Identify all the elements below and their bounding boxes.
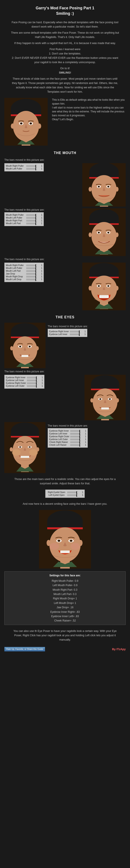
setting-item: Left Mouth Puller- 0.9 xyxy=(8,583,122,587)
mouth-block-1: The bars moved in this picture are: Mout… xyxy=(4,158,126,207)
ellis-default-image xyxy=(4,98,48,146)
mouth1-face-svg xyxy=(82,163,126,207)
slider-track[interactable] xyxy=(27,382,38,384)
slider-track[interactable] xyxy=(70,444,81,446)
slider-row: Eyebrow Right Inner 1 xyxy=(49,330,86,333)
slider-track[interactable] xyxy=(26,165,37,167)
slider-track[interactable] xyxy=(27,385,38,387)
slider-track[interactable] xyxy=(70,331,80,333)
svg-point-73 xyxy=(10,346,13,350)
eyes-block-3: The bars moved in this picture are: Eyeb… xyxy=(4,422,126,473)
svg-point-11 xyxy=(30,123,31,124)
slider-row: Eyebrow Left Inner 1 xyxy=(49,432,86,435)
mouth-block2-content: The bars moved in this picture are: Mout… xyxy=(4,208,126,256)
slider-track[interactable] xyxy=(27,377,38,378)
mouth-block1-face xyxy=(82,163,126,207)
slider-track[interactable] xyxy=(26,267,37,269)
eyes-section-header: THE EYES xyxy=(4,312,126,321)
mouth-block2-label: The bars moved in this picture are: xyxy=(4,208,78,211)
mouth-block2-face xyxy=(82,208,126,256)
page-title: Garry's Mod Face Posing Part 1 Smiling :… xyxy=(4,5,126,16)
slider-row: Cheek Left Raiser 1 xyxy=(49,444,86,446)
svg-point-38 xyxy=(98,232,99,233)
svg-point-27 xyxy=(116,187,119,192)
mouth-block1-content: Mouth Right Puller 1 Mouth Left Puller xyxy=(4,163,126,207)
slider-track[interactable] xyxy=(26,273,37,275)
slider-panel-eyes2: Eyebrow Right Inner 1 Eyebrow Left Inner xyxy=(4,375,44,389)
slider-row: Mouth Right Puller 1 xyxy=(6,165,42,167)
slider-panel-eyes1: Eyebrow Right Inner 1 Eyebrow Left Inner xyxy=(48,329,87,337)
svg-point-88 xyxy=(90,398,93,403)
svg-point-105 xyxy=(10,447,13,452)
svg-point-89 xyxy=(116,398,119,403)
mouth-block-3: The bars moved in this picture are: Mout… xyxy=(4,258,126,310)
setting-item: Mouth Left Part- 0.3 xyxy=(8,592,122,596)
svg-point-101 xyxy=(29,446,30,447)
setting-item: Left Mouth Drop= 1 xyxy=(8,601,122,605)
svg-point-26 xyxy=(89,187,92,192)
mouth-section-header: THE MOUTH xyxy=(4,148,126,157)
mouth-block-2: The bars moved in this picture are: Mout… xyxy=(4,208,126,256)
svg-point-13 xyxy=(38,123,41,129)
svg-point-85 xyxy=(100,399,101,400)
slider-track[interactable] xyxy=(70,334,80,335)
slider-row: Eyebrow Right Inner 1 xyxy=(49,430,86,432)
slider-track[interactable] xyxy=(26,276,37,278)
slider-track[interactable] xyxy=(26,217,37,219)
svg-point-59 xyxy=(116,286,119,290)
slider-track[interactable] xyxy=(26,279,37,280)
slider-panel-eyelid: Right Eyelid Open 1 Left Eyelid Open 1 xyxy=(45,490,85,498)
slider-row: Eyebrow Right Outer 1 xyxy=(49,435,86,438)
steam-rate-button[interactable]: Rate Up, Favorite, or Share this Guide xyxy=(4,647,45,651)
eyes-block3-content: The bars moved in this picture are: Eyeb… xyxy=(4,422,126,473)
slider-track[interactable] xyxy=(70,436,81,437)
mouth2-face-svg xyxy=(82,208,126,256)
setting-item: Mouth Right Part- 0.3 xyxy=(8,588,122,592)
svg-point-39 xyxy=(108,232,109,233)
svg-point-52 xyxy=(98,286,99,287)
eyes-block2-face xyxy=(85,375,126,420)
slider-track[interactable] xyxy=(67,492,78,493)
ellis-intro-block: This is Ellis as default settings aka wh… xyxy=(4,98,126,146)
slider-track[interactable] xyxy=(26,168,37,170)
slider-row: Eyebrow Left Inner 1 xyxy=(6,379,43,381)
slider-row: Mouth Right Puller 1 xyxy=(6,264,42,267)
slider-track[interactable] xyxy=(70,441,81,443)
slider-track[interactable] xyxy=(26,265,37,266)
slider-track[interactable] xyxy=(70,433,81,435)
slider-panel-3: Mouth Right Puller 1 Mouth Left Puller xyxy=(4,262,44,282)
ellis-face-svg xyxy=(4,98,48,146)
slider-track[interactable] xyxy=(26,214,37,216)
slider-panel-1: Mouth Right Puller 1 Mouth Left Puller xyxy=(4,163,44,172)
slider-track[interactable] xyxy=(26,220,37,222)
svg-point-124 xyxy=(79,540,83,546)
svg-point-118 xyxy=(70,540,72,541)
slider-track[interactable] xyxy=(67,494,78,496)
svg-rect-87 xyxy=(101,407,109,409)
eyes-block3-right: The bars moved in this picture are: Eyeb… xyxy=(48,422,126,448)
final-face-svg xyxy=(39,510,91,568)
slider-panel-eyes3: Eyebrow Right Inner 1 Eyebrow Left Inner xyxy=(48,428,88,448)
eyes-block-2: The bars moved in this picture are: xyxy=(4,370,126,420)
slider-track[interactable] xyxy=(70,430,81,432)
slider-track[interactable] xyxy=(26,223,37,224)
slider-track[interactable] xyxy=(27,379,38,381)
mouth-block3-label: The bars moved in this picture are: xyxy=(4,258,126,261)
title-section: Garry's Mod Face Posing Part 1 Smiling :… xyxy=(4,2,126,19)
page-container: Garry's Mod Face Posing Part 1 Smiling :… xyxy=(0,0,130,656)
svg-point-71 xyxy=(29,346,30,347)
svg-point-70 xyxy=(20,346,21,347)
slider-track[interactable] xyxy=(26,270,37,272)
author-label: By ITzApy xyxy=(112,648,126,651)
setting-item: Cheek Raiser= .52 xyxy=(8,618,122,623)
eyes-block1-content: The bars moved in this picture are: Eyeb… xyxy=(4,323,126,368)
intro-text: Face Posing can be hard. Especially when… xyxy=(4,19,126,96)
slider-row: Cheek Right Raiser 1 xyxy=(49,441,86,443)
setting-item: Eyebrow Inner Left= .83 xyxy=(8,614,122,618)
final-text-3: You can also use th Eye Poser to have yo… xyxy=(4,627,126,644)
slider-row: Mouth Left Puller 1 xyxy=(6,167,42,170)
slider-row: Mouth Left Puller 1 xyxy=(6,267,42,269)
slider-track[interactable] xyxy=(70,439,81,440)
eyes-block3-label: The bars moved in this picture are: xyxy=(48,424,126,427)
mouth-block1-sliders: Mouth Right Puller 1 Mouth Left Puller xyxy=(4,163,44,172)
